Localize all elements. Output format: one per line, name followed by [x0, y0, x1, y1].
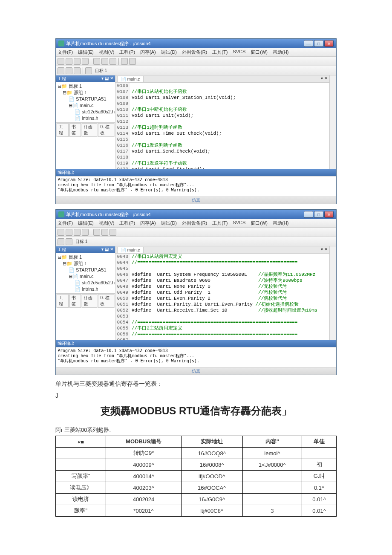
menu-peripheral[interactable]: 外围设备(R) — [182, 220, 207, 226]
table-row: 蹶率"*00201^ltj#00C8^30.01^ — [56, 505, 337, 517]
build-output: Program Size: data=10.1 xdata=432 code=4… — [56, 347, 336, 367]
titlebar[interactable]: 单片机modbus rtu master程序 - µVision4 — □ ✕ — [56, 39, 336, 48]
menu-edit[interactable]: 编辑(E) — [78, 220, 94, 226]
menu-window[interactable]: 窗口(W) — [251, 49, 268, 55]
tab-templates[interactable]: 0. 模板 — [98, 294, 114, 308]
rebuild-icon[interactable] — [66, 238, 72, 245]
table-cell: 0.01^ — [302, 505, 337, 517]
tab-templates[interactable]: 0. 模板 — [98, 123, 114, 137]
tab-project[interactable]: 工程 — [57, 123, 69, 137]
table-row: 转叻G9*16#OOQ8^lemoi^ — [56, 448, 337, 459]
minimize-button[interactable]: — — [304, 211, 313, 218]
tree-file[interactable]: 📄 stc12c5a60s2.h — [58, 109, 113, 115]
tree-file[interactable]: 📄 STARTUP.A51 — [58, 267, 113, 273]
tree-target[interactable]: ⊟📁 目标 1 — [58, 83, 113, 90]
table-cell: 0.1^ — [302, 482, 337, 494]
menu-view[interactable]: 视图(V) — [99, 220, 115, 226]
menu-flash[interactable]: 闪存(A) — [140, 49, 156, 55]
tab-bookmarks[interactable]: 书签 — [69, 294, 81, 308]
paste-icon[interactable] — [110, 58, 116, 65]
save-icon[interactable] — [74, 229, 81, 236]
tree-file[interactable]: 📄 intrins.h — [58, 115, 113, 121]
menu-window[interactable]: 窗口(W) — [251, 220, 268, 226]
copy-icon[interactable] — [101, 229, 108, 236]
editor-tab-mainc[interactable]: 📄 main.c — [117, 76, 144, 82]
saveall-icon[interactable] — [82, 229, 89, 236]
tab-project[interactable]: 工程 — [57, 294, 69, 308]
build-icon[interactable] — [58, 67, 64, 74]
menu-flash[interactable]: 闪存(A) — [140, 220, 156, 226]
toolbar-2: 目标 1 — [56, 66, 336, 75]
saveall-icon[interactable] — [82, 58, 89, 65]
tree-file[interactable]: 📄 stc12c5a60s2.h — [58, 280, 113, 286]
close-button[interactable]: ✕ — [324, 40, 334, 47]
download-icon[interactable] — [85, 67, 92, 74]
rebuild-icon[interactable] — [66, 67, 72, 74]
editor-scrollbar[interactable] — [329, 246, 336, 340]
translate-icon[interactable] — [74, 67, 81, 74]
doc-paragraph: 单片机与三菱变频器通信寄存器一览表： — [55, 380, 337, 388]
menu-project[interactable]: 工程(P) — [119, 49, 135, 55]
menu-help[interactable]: 帮助(H) — [273, 220, 288, 226]
maximize-button[interactable]: □ — [314, 211, 323, 218]
tree-group[interactable]: ⊟📁 源组 1 — [58, 90, 113, 96]
minimize-button[interactable]: — — [304, 40, 313, 47]
open-icon[interactable] — [66, 58, 72, 65]
tab-functions[interactable]: {} 函数 — [82, 294, 97, 308]
toolbar-2: 目标 1 — [56, 237, 336, 246]
menu-debug[interactable]: 调试(D) — [161, 220, 177, 226]
tab-functions[interactable]: {} 函数 — [82, 123, 97, 137]
menu-file[interactable]: 文件(F) — [58, 220, 73, 226]
paste-icon[interactable] — [110, 229, 116, 236]
menu-tools[interactable]: 工具(T) — [212, 49, 228, 55]
menu-file[interactable]: 文件(F) — [58, 49, 73, 55]
menu-help[interactable]: 帮助(H) — [273, 49, 288, 55]
tree-file[interactable]: ⊟📄 main.c — [58, 102, 113, 109]
menu-project[interactable]: 工程(P) — [119, 220, 135, 226]
menu-edit[interactable]: 编辑(E) — [78, 49, 94, 55]
tree-target[interactable]: ⊟📁 目标 1 — [58, 254, 113, 260]
cut-icon[interactable] — [93, 58, 100, 65]
cut-icon[interactable] — [93, 229, 100, 236]
maximize-button[interactable]: □ — [314, 40, 323, 47]
table-cell — [56, 448, 106, 459]
undo-icon[interactable] — [121, 58, 128, 65]
menu-svcs[interactable]: SVCS — [233, 49, 245, 55]
statusbar: 仿真 — [56, 197, 336, 204]
menu-debug[interactable]: 调试(D) — [161, 49, 177, 55]
editor-tab-mainc[interactable]: 📄 main.c — [117, 247, 144, 253]
sidebar-pin-icon[interactable]: ▾ ⬓ ✕ — [101, 247, 113, 253]
table-cell: 1<J#0000^ — [242, 459, 302, 471]
editor-close-icon[interactable]: ▾ ✕ — [321, 76, 328, 81]
table-cell: 写颜率" — [56, 471, 106, 482]
editor-scrollbar[interactable] — [329, 75, 336, 169]
tab-bookmarks[interactable]: 书签 — [69, 123, 81, 137]
project-sidebar: 工程▾ ⬓ ✕ ⊟📁 目标 1 ⊟📁 源组 1 📄 STARTUP.A51 ⊟📄… — [56, 246, 115, 340]
tree-file[interactable]: 📄 intrins.h — [58, 286, 113, 292]
save-icon[interactable] — [74, 58, 81, 65]
tree-file[interactable]: ⊟📄 main.c — [58, 273, 113, 280]
titlebar[interactable]: 单片机modbus rtu master程序 - µVision4 — □ ✕ — [56, 210, 336, 219]
menu-peripheral[interactable]: 外围设备(R) — [182, 49, 207, 55]
editor-close-icon[interactable]: ▾ ✕ — [321, 247, 328, 251]
menu-svcs[interactable]: SVCS — [233, 220, 245, 226]
code-editor[interactable]: 01060107//串口1从站初始化子函数0108void Uart1_Salv… — [115, 83, 329, 169]
new-icon[interactable] — [58, 229, 64, 236]
code-editor[interactable]: 0043//串口1从站所用宏定义0044//==================… — [115, 254, 329, 340]
open-icon[interactable] — [66, 229, 72, 236]
build-icon[interactable] — [58, 238, 64, 245]
menu-view[interactable]: 视图(V) — [99, 49, 115, 55]
tree-group[interactable]: ⊟📁 源组 1 — [58, 260, 113, 267]
table-cell: 0.01^ — [302, 494, 337, 505]
new-icon[interactable] — [58, 58, 64, 65]
copy-icon[interactable] — [101, 58, 108, 65]
tree-file[interactable]: 📄 STARTUP.A51 — [58, 96, 113, 102]
close-button[interactable]: ✕ — [324, 211, 334, 218]
sidebar-pin-icon[interactable]: ▾ ⬓ ✕ — [101, 76, 113, 82]
toolbar-1 — [56, 228, 336, 237]
sidebar-header: 工程 — [58, 247, 66, 253]
menubar: 文件(F) 编辑(E) 视图(V) 工程(P) 闪存(A) 调试(D) 外围设备… — [56, 48, 336, 57]
redo-icon[interactable] — [129, 58, 136, 65]
table-header: 实际地址 — [181, 436, 242, 448]
menu-tools[interactable]: 工具(T) — [212, 220, 228, 226]
